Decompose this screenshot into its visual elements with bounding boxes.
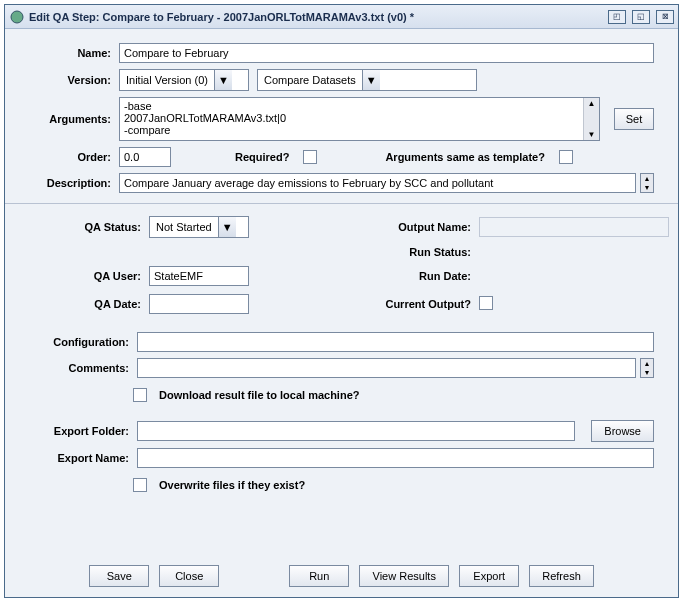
window-title: Edit QA Step: Compare to February - 2007… xyxy=(29,11,604,23)
qa-user-input[interactable] xyxy=(149,266,249,286)
qa-date-input[interactable] xyxy=(149,294,249,314)
description-input[interactable] xyxy=(119,173,636,193)
comments-label: Comments: xyxy=(29,362,133,374)
arguments-label: Arguments: xyxy=(29,113,115,125)
configuration-label: Configuration: xyxy=(29,336,133,348)
browse-button[interactable]: Browse xyxy=(591,420,654,442)
description-label: Description: xyxy=(29,177,115,189)
current-output-checkbox[interactable] xyxy=(479,296,493,310)
comments-input[interactable] xyxy=(137,358,636,378)
divider xyxy=(5,203,678,204)
save-button[interactable]: Save xyxy=(89,565,149,587)
download-checkbox[interactable] xyxy=(133,388,147,402)
button-bar: Save Close Run View Results Export Refre… xyxy=(29,557,654,591)
run-status-label: Run Status: xyxy=(329,246,479,258)
version-select[interactable]: Initial Version (0) ▼ xyxy=(119,69,249,91)
output-name-field xyxy=(479,217,669,237)
view-results-button[interactable]: View Results xyxy=(359,565,449,587)
qa-step-editor-window: Edit QA Step: Compare to February - 2007… xyxy=(4,4,679,598)
form-body: Name: Version: Initial Version (0) ▼ Com… xyxy=(5,29,678,597)
refresh-button[interactable]: Refresh xyxy=(529,565,594,587)
qa-status-label: QA Status: xyxy=(29,221,149,233)
app-icon xyxy=(9,9,25,25)
maximize-icon[interactable]: ◱ xyxy=(632,10,650,24)
export-folder-label: Export Folder: xyxy=(29,425,133,437)
order-input[interactable] xyxy=(119,147,171,167)
close-icon[interactable]: ⊠ xyxy=(656,10,674,24)
required-checkbox[interactable] xyxy=(303,150,317,164)
output-name-label: Output Name: xyxy=(329,221,479,233)
chevron-down-icon[interactable]: ▼ xyxy=(362,70,380,90)
qa-date-label: QA Date: xyxy=(29,298,149,310)
chevron-down-icon[interactable]: ▼ xyxy=(214,70,232,90)
name-label: Name: xyxy=(29,47,115,59)
svg-point-0 xyxy=(11,11,23,23)
current-output-label: Current Output? xyxy=(329,298,479,310)
export-folder-input[interactable] xyxy=(137,421,575,441)
detach-icon[interactable]: ◰ xyxy=(608,10,626,24)
run-button[interactable]: Run xyxy=(289,565,349,587)
program-select[interactable]: Compare Datasets ▼ xyxy=(257,69,477,91)
comments-spinner[interactable]: ▲▼ xyxy=(640,358,654,378)
configuration-input[interactable] xyxy=(137,332,654,352)
export-button[interactable]: Export xyxy=(459,565,519,587)
args-same-checkbox[interactable] xyxy=(559,150,573,164)
run-date-label: Run Date: xyxy=(329,270,479,282)
scrollbar[interactable]: ▲▼ xyxy=(583,98,599,140)
qa-status-select[interactable]: Not Started ▼ xyxy=(149,216,249,238)
close-button[interactable]: Close xyxy=(159,565,219,587)
order-label: Order: xyxy=(29,151,115,163)
titlebar: Edit QA Step: Compare to February - 2007… xyxy=(5,5,678,29)
chevron-down-icon[interactable]: ▼ xyxy=(218,217,236,237)
export-name-input[interactable] xyxy=(137,448,654,468)
arguments-textarea[interactable]: -base 2007JanORLTotMARAMAv3.txt|0 -compa… xyxy=(119,97,600,141)
set-button[interactable]: Set xyxy=(614,108,654,130)
args-same-label: Arguments same as template? xyxy=(385,151,545,163)
download-label: Download result file to local machine? xyxy=(159,389,359,401)
description-spinner[interactable]: ▲▼ xyxy=(640,173,654,193)
overwrite-label: Overwrite files if they exist? xyxy=(159,479,305,491)
name-input[interactable] xyxy=(119,43,654,63)
version-label: Version: xyxy=(29,74,115,86)
required-label: Required? xyxy=(235,151,289,163)
overwrite-checkbox[interactable] xyxy=(133,478,147,492)
export-name-label: Export Name: xyxy=(29,452,133,464)
qa-user-label: QA User: xyxy=(29,270,149,282)
